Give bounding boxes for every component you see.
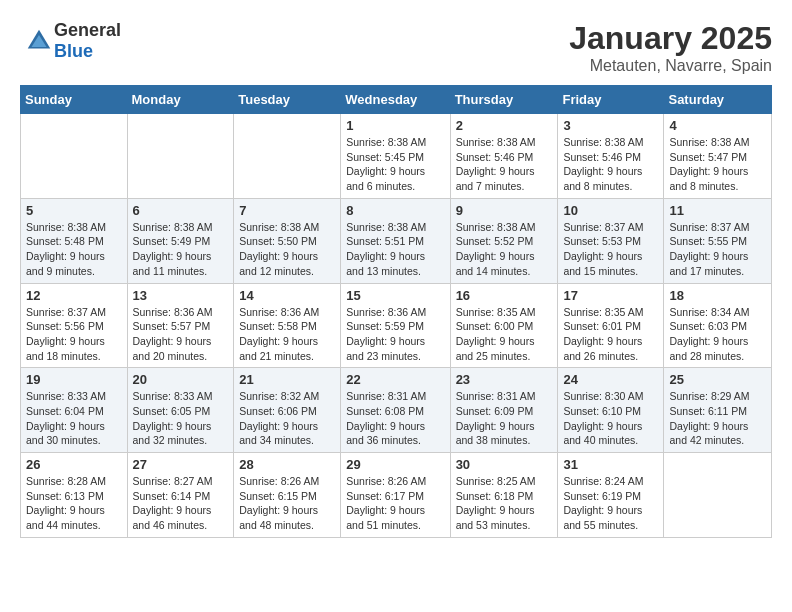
day-info: Sunrise: 8:30 AM Sunset: 6:10 PM Dayligh… [563,389,658,448]
day-info: Sunrise: 8:36 AM Sunset: 5:59 PM Dayligh… [346,305,444,364]
day-info: Sunrise: 8:26 AM Sunset: 6:15 PM Dayligh… [239,474,335,533]
day-cell [664,453,772,538]
day-number: 15 [346,288,444,303]
day-info: Sunrise: 8:25 AM Sunset: 6:18 PM Dayligh… [456,474,553,533]
day-info: Sunrise: 8:26 AM Sunset: 6:17 PM Dayligh… [346,474,444,533]
day-cell: 29Sunrise: 8:26 AM Sunset: 6:17 PM Dayli… [341,453,450,538]
header-wednesday: Wednesday [341,86,450,114]
day-info: Sunrise: 8:24 AM Sunset: 6:19 PM Dayligh… [563,474,658,533]
header-sunday: Sunday [21,86,128,114]
day-cell [127,114,234,199]
day-number: 31 [563,457,658,472]
day-number: 18 [669,288,766,303]
day-cell: 13Sunrise: 8:36 AM Sunset: 5:57 PM Dayli… [127,283,234,368]
day-info: Sunrise: 8:35 AM Sunset: 6:00 PM Dayligh… [456,305,553,364]
day-info: Sunrise: 8:38 AM Sunset: 5:51 PM Dayligh… [346,220,444,279]
day-info: Sunrise: 8:38 AM Sunset: 5:52 PM Dayligh… [456,220,553,279]
logo-blue: Blue [54,41,93,61]
logo: General Blue [20,20,121,62]
day-info: Sunrise: 8:38 AM Sunset: 5:46 PM Dayligh… [563,135,658,194]
day-cell: 31Sunrise: 8:24 AM Sunset: 6:19 PM Dayli… [558,453,664,538]
day-info: Sunrise: 8:38 AM Sunset: 5:46 PM Dayligh… [456,135,553,194]
day-number: 7 [239,203,335,218]
day-info: Sunrise: 8:37 AM Sunset: 5:53 PM Dayligh… [563,220,658,279]
logo-icon [24,26,54,56]
week-row-5: 26Sunrise: 8:28 AM Sunset: 6:13 PM Dayli… [21,453,772,538]
day-cell [234,114,341,199]
week-row-3: 12Sunrise: 8:37 AM Sunset: 5:56 PM Dayli… [21,283,772,368]
day-info: Sunrise: 8:33 AM Sunset: 6:04 PM Dayligh… [26,389,122,448]
day-info: Sunrise: 8:31 AM Sunset: 6:08 PM Dayligh… [346,389,444,448]
day-number: 12 [26,288,122,303]
header-tuesday: Tuesday [234,86,341,114]
day-number: 8 [346,203,444,218]
day-number: 27 [133,457,229,472]
day-number: 29 [346,457,444,472]
day-number: 20 [133,372,229,387]
day-cell: 1Sunrise: 8:38 AM Sunset: 5:45 PM Daylig… [341,114,450,199]
header-saturday: Saturday [664,86,772,114]
day-info: Sunrise: 8:36 AM Sunset: 5:58 PM Dayligh… [239,305,335,364]
header-friday: Friday [558,86,664,114]
day-number: 2 [456,118,553,133]
day-cell: 19Sunrise: 8:33 AM Sunset: 6:04 PM Dayli… [21,368,128,453]
header-thursday: Thursday [450,86,558,114]
day-info: Sunrise: 8:34 AM Sunset: 6:03 PM Dayligh… [669,305,766,364]
day-cell: 4Sunrise: 8:38 AM Sunset: 5:47 PM Daylig… [664,114,772,199]
day-info: Sunrise: 8:33 AM Sunset: 6:05 PM Dayligh… [133,389,229,448]
title-block: January 2025 Metauten, Navarre, Spain [569,20,772,75]
day-number: 10 [563,203,658,218]
day-info: Sunrise: 8:38 AM Sunset: 5:50 PM Dayligh… [239,220,335,279]
day-number: 19 [26,372,122,387]
day-info: Sunrise: 8:38 AM Sunset: 5:48 PM Dayligh… [26,220,122,279]
day-number: 16 [456,288,553,303]
day-cell: 12Sunrise: 8:37 AM Sunset: 5:56 PM Dayli… [21,283,128,368]
day-number: 14 [239,288,335,303]
location-title: Metauten, Navarre, Spain [569,57,772,75]
day-number: 1 [346,118,444,133]
day-cell: 2Sunrise: 8:38 AM Sunset: 5:46 PM Daylig… [450,114,558,199]
day-cell: 28Sunrise: 8:26 AM Sunset: 6:15 PM Dayli… [234,453,341,538]
day-number: 9 [456,203,553,218]
day-number: 6 [133,203,229,218]
day-info: Sunrise: 8:31 AM Sunset: 6:09 PM Dayligh… [456,389,553,448]
day-cell: 20Sunrise: 8:33 AM Sunset: 6:05 PM Dayli… [127,368,234,453]
day-number: 4 [669,118,766,133]
day-cell: 14Sunrise: 8:36 AM Sunset: 5:58 PM Dayli… [234,283,341,368]
day-info: Sunrise: 8:35 AM Sunset: 6:01 PM Dayligh… [563,305,658,364]
day-info: Sunrise: 8:38 AM Sunset: 5:45 PM Dayligh… [346,135,444,194]
day-info: Sunrise: 8:37 AM Sunset: 5:56 PM Dayligh… [26,305,122,364]
day-number: 13 [133,288,229,303]
day-number: 26 [26,457,122,472]
day-number: 28 [239,457,335,472]
day-cell: 17Sunrise: 8:35 AM Sunset: 6:01 PM Dayli… [558,283,664,368]
day-cell: 24Sunrise: 8:30 AM Sunset: 6:10 PM Dayli… [558,368,664,453]
day-info: Sunrise: 8:37 AM Sunset: 5:55 PM Dayligh… [669,220,766,279]
day-cell: 11Sunrise: 8:37 AM Sunset: 5:55 PM Dayli… [664,198,772,283]
day-cell: 5Sunrise: 8:38 AM Sunset: 5:48 PM Daylig… [21,198,128,283]
page-header: General Blue January 2025 Metauten, Nava… [20,20,772,75]
day-info: Sunrise: 8:38 AM Sunset: 5:47 PM Dayligh… [669,135,766,194]
day-cell: 18Sunrise: 8:34 AM Sunset: 6:03 PM Dayli… [664,283,772,368]
day-info: Sunrise: 8:27 AM Sunset: 6:14 PM Dayligh… [133,474,229,533]
day-number: 24 [563,372,658,387]
day-number: 5 [26,203,122,218]
day-number: 21 [239,372,335,387]
day-info: Sunrise: 8:28 AM Sunset: 6:13 PM Dayligh… [26,474,122,533]
week-row-2: 5Sunrise: 8:38 AM Sunset: 5:48 PM Daylig… [21,198,772,283]
day-cell: 23Sunrise: 8:31 AM Sunset: 6:09 PM Dayli… [450,368,558,453]
day-cell [21,114,128,199]
day-cell: 6Sunrise: 8:38 AM Sunset: 5:49 PM Daylig… [127,198,234,283]
day-cell: 7Sunrise: 8:38 AM Sunset: 5:50 PM Daylig… [234,198,341,283]
calendar-header-row: SundayMondayTuesdayWednesdayThursdayFrid… [21,86,772,114]
week-row-1: 1Sunrise: 8:38 AM Sunset: 5:45 PM Daylig… [21,114,772,199]
day-number: 17 [563,288,658,303]
day-cell: 22Sunrise: 8:31 AM Sunset: 6:08 PM Dayli… [341,368,450,453]
day-cell: 9Sunrise: 8:38 AM Sunset: 5:52 PM Daylig… [450,198,558,283]
day-number: 22 [346,372,444,387]
day-info: Sunrise: 8:36 AM Sunset: 5:57 PM Dayligh… [133,305,229,364]
day-cell: 21Sunrise: 8:32 AM Sunset: 6:06 PM Dayli… [234,368,341,453]
day-cell: 30Sunrise: 8:25 AM Sunset: 6:18 PM Dayli… [450,453,558,538]
day-cell: 3Sunrise: 8:38 AM Sunset: 5:46 PM Daylig… [558,114,664,199]
day-cell: 8Sunrise: 8:38 AM Sunset: 5:51 PM Daylig… [341,198,450,283]
